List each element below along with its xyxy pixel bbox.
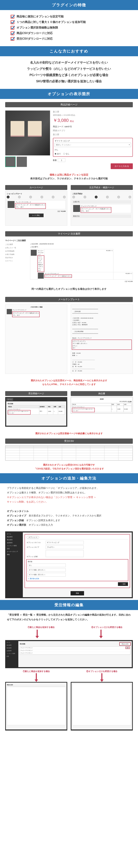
admin-sidebar-item[interactable]: 受注管理 — [6, 538, 22, 541]
mail-item-image — [7, 309, 12, 314]
choice-input[interactable]: ギフト包装（青リボン） — [28, 573, 66, 577]
product-category: 新入荷 — [53, 111, 133, 113]
note-display-types: 表示形式はプルダウン、ラジオボタン、テキストボックスから選択可能 — [0, 177, 138, 183]
sub-invoice: 納品書 — [71, 391, 133, 396]
add-product-modal-mock: 商品を追加 — [5, 682, 67, 731]
admin-sidebar-item[interactable]: 設定 — [6, 655, 17, 658]
invoice-total: ¥7,360 — [128, 401, 132, 402]
mypage-mock: マイページ / ご注文履歴 ご注文履歴 お気に入り一覧 会員情報編集 お届け先編… — [0, 237, 138, 285]
option-wrap-select[interactable]: 選択してください▾ — [55, 143, 131, 147]
add-option-button[interactable]: ＋ 追加 — [118, 582, 128, 586]
callout-edit-option: ②オプションだけを変更する場合 — [91, 626, 123, 629]
add-product-button[interactable]: 商品を追加 — [120, 643, 130, 646]
field-type-select[interactable]: プルダウン — [46, 546, 84, 549]
check-item: １つの商品に対して最大１０個のオプションを追加可能 — [10, 20, 131, 24]
cart-item-name: チェリーアイスサンド — [15, 201, 65, 203]
mail-option-block: [ ギフトラッピング ] ギフト包装（赤リボン） [ のし ] あり — [72, 340, 131, 349]
svg-marker-8 — [99, 636, 103, 638]
admin-sidebar-item[interactable]: ホーム — [6, 398, 13, 401]
step: 2 — [18, 196, 21, 198]
banner-recommend: こんな方におすすめ — [0, 46, 138, 56]
radio-yes[interactable]: あり — [55, 152, 61, 155]
admin-title: 受注登録 — [8, 403, 65, 405]
admin-sidebar: ホーム 商品管理 受注管理 会員管理 コンテンツ管理 設定 オーナーズストア 情… — [6, 532, 22, 556]
invoice-table: 商品名数量単価金額 チェリーアイスサンド [ ギフトラッピング ] ギフト包装（… — [72, 403, 132, 412]
field-title-input[interactable]: ギフトラッピング — [46, 541, 84, 545]
admin-sidebar-item[interactable]: コンテンツ管理 — [6, 544, 22, 547]
admin-sidebar-item[interactable]: 受注管理 — [6, 647, 17, 649]
order-info-mock: ホーム 商品管理 受注管理 会員管理 コンテンツ管理 設定 受注情報 商品を追加… — [5, 640, 133, 668]
save-button[interactable]: 登録 — [71, 591, 84, 595]
checkbox-icon — [10, 31, 15, 35]
add-to-cart-button[interactable]: カートに入れる — [111, 163, 133, 169]
chevron-down-icon: ▾ — [129, 144, 130, 146]
confirm-title: ご注文手続き — [72, 192, 131, 195]
thumb[interactable] — [5, 157, 15, 167]
banner-features: プラグインの特徴 — [0, 0, 138, 10]
choice-input[interactable]: ギフト包装（赤リボン） — [28, 568, 66, 572]
mypage-menu-item[interactable]: ご注文履歴 — [5, 243, 28, 246]
mypage-title: マイページ / ご注文履歴 — [5, 239, 133, 242]
radio-none[interactable]: なし — [63, 152, 70, 155]
thumb[interactable] — [16, 157, 27, 167]
sub-csv: 受注CSV — [5, 438, 133, 444]
mypage-menu-item[interactable]: 会員情報編集 — [5, 249, 28, 253]
recommend-line: ラッピングや熨斗（のし）などのギフトサービスを行いたい — [2, 66, 136, 72]
invoice-title: 納品書 — [72, 398, 132, 400]
admin-sidebar-item[interactable]: 設定 — [6, 547, 22, 550]
arrow-down-icon — [34, 673, 39, 682]
admin-sidebar-item[interactable]: コンテンツ管理 — [6, 652, 17, 655]
admin-sidebar-item[interactable]: 会員管理 — [6, 541, 22, 544]
svg-marker-12 — [100, 679, 104, 682]
admin-sidebar: ホーム 商品管理 受注管理 会員管理 コンテンツ管理 設定 — [6, 641, 17, 658]
field-desc-input[interactable] — [46, 550, 84, 557]
mypage-option-block: ギフトラッピング：ギフト包装(赤リボン) — [45, 275, 72, 277]
cart-proceed-button[interactable]: レジに進む — [29, 214, 44, 217]
sub-cart: カートページ — [5, 185, 67, 190]
note-same-product: 同一の商品でも選択したオプションが異なる場合は分けて表示します — [0, 285, 138, 294]
admin-sidebar-item[interactable]: 会員管理 — [6, 649, 17, 652]
product-image — [5, 111, 50, 156]
callout-add-product-2: ①新たに商品を追加する場合 — [5, 670, 67, 673]
banner-add-edit: オプションの追加・編集方法 — [0, 473, 138, 483]
confirm-item-image — [73, 205, 80, 212]
add-choice-link[interactable]: ＋ 選択肢を追加 — [28, 578, 127, 580]
mail-option-block: ギフトラッピング：ギフト包装(赤リボン)のし：あり — [13, 312, 39, 317]
mypage-menu-item[interactable]: ログアウト — [5, 259, 28, 262]
admin-sidebar-item[interactable]: オーナーズストア — [6, 550, 22, 553]
cart-steps: 1 2 3 4 5 6 — [7, 196, 66, 198]
check-item: 商品毎に個別にオプションを設定可能 — [10, 14, 131, 19]
mypage-menu-item[interactable]: 退会手続き — [5, 256, 28, 259]
mypage-subtotal: 小計 ¥3,080 — [30, 280, 133, 283]
step: 3 — [29, 196, 32, 198]
admin-sidebar-item[interactable]: ホーム — [6, 641, 17, 644]
step: 1 — [7, 196, 9, 198]
mypage-menu-item[interactable]: お気に入り一覧 — [5, 246, 28, 249]
arrow-down-icon — [35, 630, 40, 638]
admin-note: 選択されたオプションは受注登録ページや納品書にも表示されます — [5, 432, 133, 435]
admin-order-mock: ホーム 受注登録 商品名販売種別単価数量金額 チェリーアイスサンド [ ギフトラ… — [5, 397, 67, 427]
banner-display: オプションの表示箇所 — [0, 89, 138, 99]
cart-total-value: ¥3,080 — [61, 210, 66, 212]
option-tab[interactable]: オプション1 — [27, 536, 39, 539]
admin-option-block: [ ギフトラッピング ] ギフト包装（赤リボン） [ のし ] あり — [8, 410, 30, 414]
checkbox-icon — [10, 20, 15, 24]
mail-text: ****************************************… — [71, 305, 133, 374]
admin-sidebar-item[interactable]: 商品管理 — [6, 644, 17, 647]
check-label: 商品CSVダウンロードに対応 — [16, 31, 53, 35]
admin-sidebar-item[interactable]: 商品管理 — [6, 535, 22, 538]
mypage-menu-item[interactable]: お届け先編集 — [5, 253, 28, 256]
arrow-down-icon — [99, 673, 104, 682]
edit-option-link[interactable]: 編集 — [126, 647, 130, 649]
arrow-down-icon — [98, 630, 104, 638]
mypage-order-table: チェリーアイスサンド ギフトラッピング：ギフト包装(赤リボン)のし：あり ¥3,… — [30, 249, 133, 280]
step: 6 — [63, 196, 66, 198]
check-item: 受注CSVダウンロードに対応 — [10, 36, 131, 41]
mypage-option-block: ギフトラッピング：ギフト包装(赤リボン)のし：あり — [38, 256, 44, 272]
qty-input[interactable]: 1 — [58, 158, 65, 162]
admin-sidebar-item[interactable]: 情報 — [6, 553, 22, 556]
mypage-order-date: ご注文日時：2024/00/00 00:00:00 — [30, 243, 133, 245]
confirm-item-name: チェリーアイスサンド — [81, 205, 130, 207]
admin-sidebar-item[interactable]: ホーム — [6, 532, 22, 535]
choice-input[interactable]: なし — [28, 563, 66, 567]
